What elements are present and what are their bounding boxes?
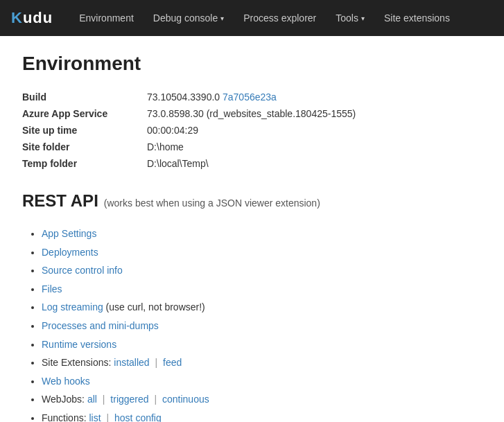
webjobs-all-link[interactable]: all — [87, 394, 97, 405]
build-commit-link[interactable]: 7a7056e23a — [223, 91, 277, 103]
table-row: Azure App Service 73.0.8598.30 (rd_websi… — [22, 105, 356, 122]
list-item: Source control info — [42, 261, 482, 280]
build-version-text: 73.10504.3390.0 — [147, 91, 223, 103]
field-value-site-folder: D:\home — [147, 139, 356, 155]
nav-debug-console[interactable]: Debug console ▾ — [144, 0, 234, 36]
site-extensions-feed-link[interactable]: feed — [163, 357, 182, 368]
list-item: Web hooks — [42, 372, 482, 391]
list-item: WebJobs: all | triggered | continuous — [42, 390, 482, 409]
logo: Kudu — [11, 9, 53, 27]
webjobs-triggered-link[interactable]: triggered — [110, 394, 148, 405]
page-title: Environment — [22, 53, 482, 75]
field-label-temp-folder: Temp folder — [22, 155, 147, 172]
source-control-info-link[interactable]: Source control info — [42, 265, 123, 276]
processes-mini-dumps-link[interactable]: Processes and mini-dumps — [42, 320, 159, 331]
nav-environment-label: Environment — [79, 12, 134, 24]
separator: | — [107, 412, 110, 422]
list-item: Deployments — [42, 243, 482, 262]
site-extensions-prefix: Site Extensions: — [42, 357, 114, 368]
logo-rest: udu — [23, 9, 53, 26]
field-label-build: Build — [22, 89, 147, 105]
list-item: Files — [42, 280, 482, 299]
nav-debug-console-label: Debug console — [153, 12, 218, 24]
navbar: Kudu Environment Debug console ▾ Process… — [0, 0, 504, 36]
functions-prefix: Functions: — [42, 412, 89, 422]
nav-process-explorer[interactable]: Process explorer — [234, 0, 326, 36]
logo-k: K — [11, 9, 23, 26]
table-row: Build 73.10504.3390.0 7a7056e23a — [22, 89, 356, 105]
rest-api-header: REST API (works best when using a JSON v… — [22, 191, 482, 215]
environment-table: Build 73.10504.3390.0 7a7056e23a Azure A… — [22, 89, 356, 172]
web-hooks-link[interactable]: Web hooks — [42, 376, 90, 387]
debug-console-chevron-icon: ▾ — [220, 15, 224, 22]
rest-api-title: REST API — [22, 191, 98, 211]
list-item: Processes and mini-dumps — [42, 317, 482, 335]
field-value-build: 73.10504.3390.0 7a7056e23a — [147, 89, 356, 105]
logo-text: Kudu — [11, 9, 53, 27]
app-settings-link[interactable]: App Settings — [42, 228, 96, 239]
table-row: Site up time 00:00:04:29 — [22, 122, 356, 139]
field-value-azure: 73.0.8598.30 (rd_websites_stable.180425-… — [147, 105, 356, 122]
table-row: Temp folder D:\local\Temp\ — [22, 155, 356, 172]
field-value-temp-folder: D:\local\Temp\ — [147, 155, 356, 172]
nav-tools[interactable]: Tools ▾ — [326, 0, 374, 36]
nav-tools-label: Tools — [336, 12, 358, 24]
site-extensions-installed-link[interactable]: installed — [114, 357, 149, 368]
log-streaming-link[interactable]: Log streaming — [42, 301, 103, 313]
log-streaming-note: (use curl, not browser!) — [106, 301, 205, 313]
field-value-uptime: 00:00:04:29 — [147, 122, 356, 139]
separator: | — [154, 394, 157, 405]
nav-environment[interactable]: Environment — [69, 0, 144, 36]
field-label-azure: Azure App Service — [22, 105, 147, 122]
main-content: Environment Build 73.10504.3390.0 7a7056… — [0, 36, 504, 422]
list-item: Site Extensions: installed | feed — [42, 353, 482, 372]
nav-site-extensions-label: Site extensions — [384, 12, 450, 24]
webjobs-prefix: WebJobs: — [42, 394, 87, 405]
tools-chevron-icon: ▾ — [361, 15, 365, 22]
rest-api-subtitle: (works best when using a JSON viewer ext… — [104, 197, 320, 209]
functions-host-config-link[interactable]: host config — [114, 412, 162, 422]
nav-site-extensions[interactable]: Site extensions — [374, 0, 460, 36]
field-label-site-folder: Site folder — [22, 139, 147, 155]
runtime-versions-link[interactable]: Runtime versions — [42, 339, 116, 350]
api-list: App Settings Deployments Source control … — [22, 225, 482, 422]
list-item: App Settings — [42, 225, 482, 243]
field-label-uptime: Site up time — [22, 122, 147, 139]
webjobs-continuous-link[interactable]: continuous — [162, 394, 209, 405]
nav-process-explorer-label: Process explorer — [243, 12, 316, 24]
deployments-link[interactable]: Deployments — [42, 247, 98, 258]
files-link[interactable]: Files — [42, 283, 62, 294]
list-item: Log streaming (use curl, not browser!) — [42, 298, 482, 317]
separator: | — [155, 357, 158, 368]
list-item: Runtime versions — [42, 335, 482, 354]
separator: | — [103, 394, 105, 405]
functions-list-link[interactable]: list — [89, 412, 101, 422]
list-item: Functions: list | host config — [42, 409, 482, 422]
table-row: Site folder D:\home — [22, 139, 356, 155]
